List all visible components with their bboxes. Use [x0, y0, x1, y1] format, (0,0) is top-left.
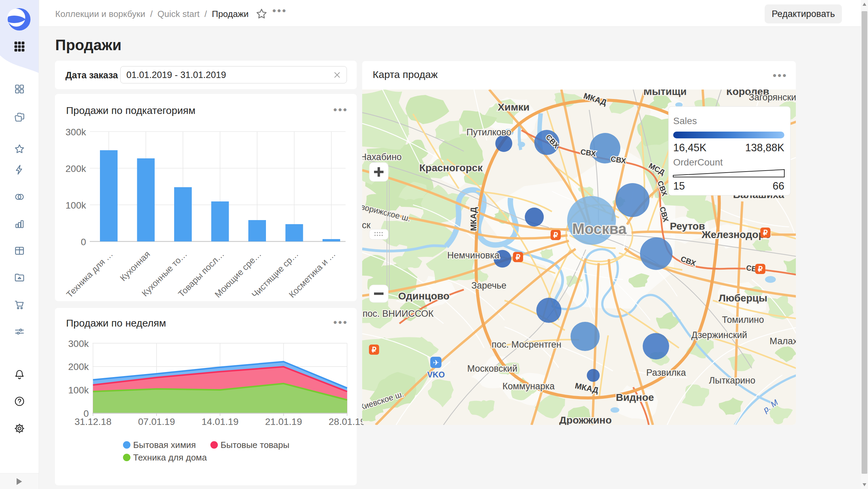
- svg-text:300k: 300k: [68, 338, 89, 349]
- svg-text:₽: ₽: [763, 229, 768, 237]
- svg-text:VKO: VKO: [427, 370, 445, 379]
- svg-text:138,88K: 138,88K: [745, 142, 785, 154]
- svg-text:Малахо: Малахо: [770, 336, 796, 346]
- svg-text:Коммунарка: Коммунарка: [502, 381, 555, 391]
- svg-text:МКАД: МКАД: [469, 207, 478, 231]
- svg-text:Люберцы: Люберцы: [719, 292, 767, 304]
- svg-text:Кухонная: Кухонная: [118, 249, 152, 283]
- svg-text:15: 15: [673, 180, 685, 192]
- svg-text:Техника для …: Техника для …: [64, 249, 115, 300]
- svg-text:Заречье: Заречье: [471, 280, 507, 291]
- svg-text:пос. ВНИИССОК: пос. ВНИИССОК: [363, 309, 434, 319]
- svg-text:✈: ✈: [433, 358, 439, 367]
- svg-text:14.01.19: 14.01.19: [202, 416, 239, 427]
- svg-text:₽: ₽: [516, 253, 520, 261]
- svg-text:Химки: Химки: [498, 101, 530, 113]
- svg-text:₽: ₽: [553, 231, 558, 239]
- svg-text:пос. Мосрентген: пос. Мосрентген: [492, 339, 561, 350]
- svg-text:100k: 100k: [65, 200, 86, 211]
- svg-text:Немчиновка: Немчиновка: [447, 250, 500, 260]
- svg-text:Москва: Москва: [572, 220, 627, 237]
- svg-text:₽: ₽: [758, 265, 763, 273]
- svg-text:Путилково: Путилково: [467, 127, 511, 137]
- svg-text:0: 0: [81, 237, 86, 247]
- svg-text:Реутов: Реутов: [670, 220, 705, 232]
- svg-text:66: 66: [773, 180, 784, 192]
- svg-text:Красногорск: Красногорск: [419, 162, 483, 173]
- svg-text:Дрожжино: Дрожжино: [559, 414, 612, 425]
- svg-text:31.12.18: 31.12.18: [75, 416, 111, 427]
- svg-text:Дзержинский: Дзержинский: [691, 330, 747, 340]
- svg-text:Загорянски: Загорянски: [749, 92, 796, 102]
- svg-text:Sales: Sales: [673, 116, 697, 126]
- svg-text:200k: 200k: [68, 361, 89, 372]
- svg-text:Мытищи: Мытищи: [643, 90, 687, 97]
- svg-text:16,45K: 16,45K: [673, 142, 707, 154]
- svg-text:ск: ск: [362, 220, 371, 230]
- svg-text:Развилка: Развилка: [646, 368, 686, 378]
- svg-text:₽: ₽: [372, 346, 376, 354]
- svg-text:Московский: Московский: [467, 364, 517, 374]
- svg-text:300k: 300k: [65, 127, 86, 137]
- svg-text:Видное: Видное: [616, 392, 654, 403]
- svg-text:07.01.19: 07.01.19: [138, 416, 175, 427]
- svg-text:Нахабино: Нахабино: [362, 152, 402, 162]
- svg-text:Одинцово: Одинцово: [398, 290, 449, 301]
- svg-text:100k: 100k: [68, 385, 89, 395]
- svg-text:200k: 200k: [65, 163, 86, 174]
- svg-text:28.01.19: 28.01.19: [329, 416, 366, 427]
- svg-text:21.01.19: 21.01.19: [265, 416, 302, 427]
- svg-text:Томилино: Томилино: [722, 315, 764, 325]
- svg-text:Лыткарино: Лыткарино: [709, 375, 756, 386]
- svg-text:OrderCount: OrderCount: [673, 157, 723, 168]
